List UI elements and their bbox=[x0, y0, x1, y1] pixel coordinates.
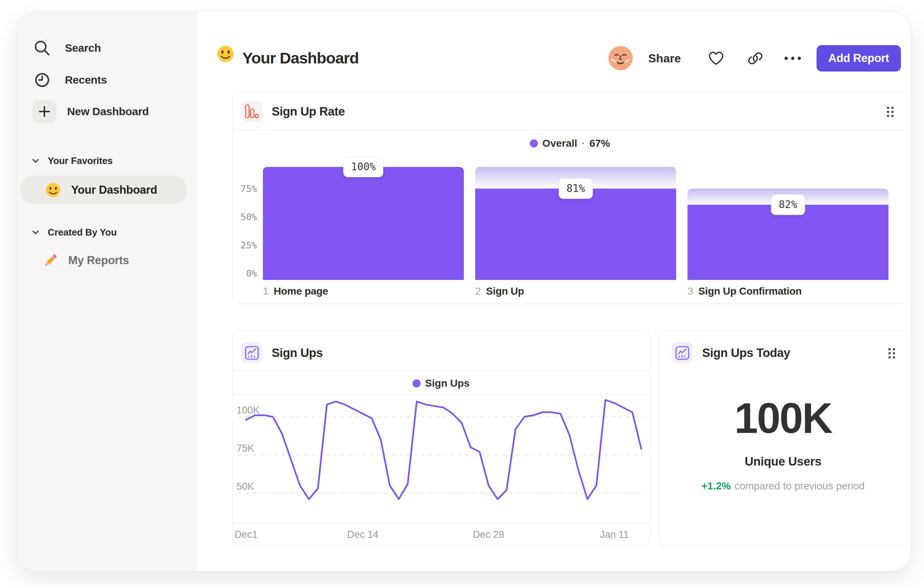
sidebar-item-new-dashboard[interactable]: New Dashboard bbox=[33, 100, 149, 123]
funnel-value-badge: 100% bbox=[343, 157, 383, 177]
line-chart-icon bbox=[672, 342, 693, 363]
step-number: 3 bbox=[688, 285, 693, 297]
smiley-emoji bbox=[216, 45, 235, 63]
sign-up-rate-card: Sign Up Rate Overall · 67% 75%50%25%0%10… bbox=[233, 91, 908, 304]
heart-icon bbox=[708, 50, 724, 66]
step-number: 1 bbox=[263, 285, 269, 297]
plus-icon bbox=[33, 100, 56, 123]
favorite-button[interactable] bbox=[708, 50, 724, 66]
avatar-face-icon bbox=[608, 46, 633, 70]
funnel-category-label: 3Sign Up Confirmation bbox=[688, 285, 802, 298]
sidebar-section-your-favorites[interactable]: Your Favorites bbox=[31, 153, 112, 168]
avatar[interactable] bbox=[608, 46, 633, 70]
legend-dot bbox=[412, 379, 421, 387]
metric-delta: +1.2%compared to previous period bbox=[659, 480, 907, 492]
line-x-tick-label: Dec 28 bbox=[473, 529, 505, 541]
line-y-tick-label: 75K bbox=[236, 442, 269, 454]
line-x-tick-label: Jan 11 bbox=[600, 529, 629, 541]
more-options-button[interactable] bbox=[782, 54, 803, 63]
sidebar-item-label: Recents bbox=[65, 74, 107, 86]
funnel-category-label: 1Home page bbox=[263, 285, 328, 298]
sidebar-item-search[interactable]: Search bbox=[33, 37, 101, 59]
funnel-value-badge: 81% bbox=[559, 178, 593, 199]
sign-ups-line-series[interactable] bbox=[246, 400, 641, 499]
funnel-value-badge: 82% bbox=[771, 194, 805, 215]
line-y-tick-label: 50K bbox=[236, 481, 269, 492]
divider bbox=[233, 370, 649, 370]
line-x-tick-label: Dec 14 bbox=[347, 529, 379, 541]
step-name: Sign Up bbox=[486, 285, 524, 297]
funnel-plot: 75%50%25%0%100%1Home page81%2Sign Up82%3… bbox=[233, 91, 907, 303]
chevron-down-icon bbox=[31, 157, 40, 165]
section-label: Your Favorites bbox=[48, 155, 112, 167]
funnel-bar[interactable] bbox=[263, 167, 464, 280]
divider bbox=[233, 523, 649, 524]
sidebar-item-recents[interactable]: Recents bbox=[33, 69, 107, 91]
step-number: 2 bbox=[475, 285, 481, 297]
funnel-bar[interactable] bbox=[688, 205, 888, 280]
more-options-icon bbox=[782, 54, 803, 63]
step-name: Home page bbox=[274, 285, 328, 297]
delta-value: +1.2% bbox=[701, 480, 731, 492]
sidebar-item-my-reports[interactable]: My Reports bbox=[42, 250, 129, 271]
page-title: Your Dashboard bbox=[243, 46, 359, 69]
line-legend[interactable]: Sign Ups bbox=[233, 377, 649, 389]
funnel-category-label: 2Sign Up bbox=[475, 285, 524, 298]
line-chart-icon bbox=[241, 342, 262, 363]
section-label: Created By You bbox=[48, 227, 117, 238]
line-y-tick-label: 100K bbox=[236, 404, 269, 416]
step-name: Sign Up Confirmation bbox=[698, 285, 802, 297]
metric-value: 100K bbox=[659, 394, 907, 443]
delta-label: compared to previous period bbox=[734, 480, 865, 492]
funnel-bar[interactable] bbox=[475, 189, 676, 280]
metric-label: Unique Users bbox=[659, 455, 907, 468]
sidebar-section-created-by-you[interactable]: Created By You bbox=[31, 225, 117, 240]
sidebar-item-your-dashboard[interactable]: Your Dashboard bbox=[20, 176, 187, 204]
sidebar-item-label: Search bbox=[65, 42, 101, 54]
copy-link-button[interactable] bbox=[747, 50, 763, 66]
drag-handle-icon[interactable] bbox=[886, 346, 897, 360]
line-x-tick-label: Dec1 bbox=[234, 529, 257, 541]
sidebar: Search Recents New Dashboard bbox=[17, 12, 197, 571]
sign-ups-card: Sign Ups Sign Ups 100K75K50K Dec1Dec 14D… bbox=[233, 330, 650, 546]
smiley-emoji bbox=[45, 182, 62, 198]
pencil-emoji bbox=[42, 252, 59, 269]
card-title: Sign Ups bbox=[272, 342, 323, 363]
card-title: Sign Ups Today bbox=[702, 342, 790, 363]
chevron-down-icon bbox=[31, 228, 40, 236]
link-icon bbox=[747, 50, 763, 66]
app-window: Search Recents New Dashboard bbox=[16, 11, 911, 572]
sidebar-item-label: New Dashboard bbox=[67, 105, 149, 118]
funnel-y-tick-label: 75% bbox=[233, 183, 257, 195]
share-button[interactable]: Share bbox=[648, 48, 681, 69]
search-icon bbox=[33, 38, 52, 58]
sign-ups-today-card: Sign Ups Today 100K Unique Users +1.2%co… bbox=[658, 330, 908, 546]
funnel-y-tick-label: 25% bbox=[233, 240, 257, 251]
sidebar-item-label: Your Dashboard bbox=[71, 184, 157, 197]
clock-icon bbox=[33, 70, 52, 89]
funnel-y-tick-label: 0% bbox=[233, 268, 257, 279]
add-report-button[interactable]: Add Report bbox=[817, 45, 901, 71]
divider bbox=[233, 394, 649, 395]
title-emoji bbox=[216, 45, 238, 66]
line-chart-plot[interactable] bbox=[237, 395, 644, 524]
dashboard-page: Search Recents New Dashboard bbox=[0, 0, 924, 587]
sidebar-item-label: My Reports bbox=[68, 254, 129, 267]
legend-label: Sign Ups bbox=[425, 377, 469, 389]
funnel-y-tick-label: 50% bbox=[233, 211, 257, 223]
